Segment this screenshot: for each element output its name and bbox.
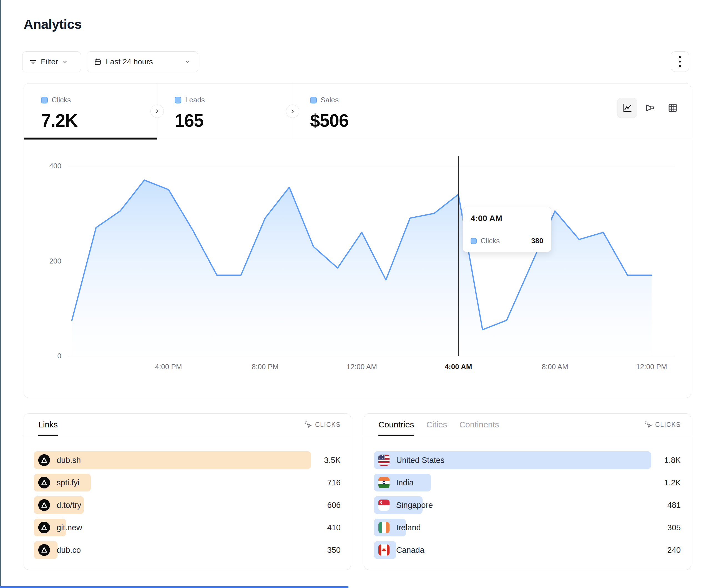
more-options-button[interactable] [671,51,689,72]
tab-countries[interactable]: Countries [379,413,414,436]
links-panel-header: Links CLICKS [24,413,351,436]
link-label: git.new [57,523,82,532]
country-row[interactable]: Canada 240 [374,541,681,559]
chart-area-fill [72,180,652,356]
stat-value: 7.2K [41,110,157,131]
countries-list: United States 1.8K India 1.2K Singapore … [374,451,681,564]
links-list: dub.sh 3.5K spti.fyi 716 d.t [34,451,341,564]
chevron-right-icon [155,109,159,114]
country-clicks-value: 305 [667,519,681,537]
link-clicks-value: 410 [327,519,341,537]
dub-logo-icon [38,522,50,533]
country-row[interactable]: Ireland 305 [374,519,681,537]
leads-legend-chip [175,97,181,104]
stats-tabs-row: Clicks 7.2K Leads 165 Sales $506 [24,84,691,139]
stat-label: Sales [321,96,339,104]
link-label: spti.fyi [57,478,80,487]
clicks-time-series-chart[interactable]: 0200400 4:00 AM Clicks 380 [24,139,691,398]
table-view-button[interactable] [663,98,683,118]
link-row[interactable]: dub.sh 3.5K [34,451,341,469]
tab-continents[interactable]: Continents [459,413,499,436]
tooltip-series-label: Clicks [480,236,500,245]
page-title: Analytics [24,17,82,32]
filter-icon [29,58,37,66]
tab-links-label: Links [38,420,58,429]
stat-value: 165 [175,110,293,131]
x-tick-label: 4:00 AM [445,362,472,371]
stat-tab-leads[interactable]: Leads 165 [157,84,293,139]
country-label: Canada [396,546,425,555]
links-panel: Links CLICKS du [24,413,351,570]
table-grid-icon [667,103,678,113]
analytics-page: Analytics Filter Last 24 hours [0,0,711,588]
window-left-edge [0,0,1,588]
country-clicks-value: 481 [667,496,681,514]
country-clicks-value: 1.2K [664,474,681,492]
countries-panel-header: Countries Cities Continents CLICKS [364,413,691,436]
cursor-click-icon [304,421,312,429]
link-clicks-value: 716 [327,474,341,492]
funnel-chart-icon [644,103,655,113]
window-bottom-edge [0,586,348,588]
country-row[interactable]: United States 1.8K [374,451,681,469]
country-row[interactable]: Singapore 481 [374,496,681,514]
analytics-card: Clicks 7.2K Leads 165 Sales $506 [24,83,691,398]
chevron-right-icon [290,109,295,114]
dub-logo-icon [38,544,50,556]
chart-crosshair [458,156,459,356]
date-range-label: Last 24 hours [106,58,153,66]
country-row[interactable]: India 1.2K [374,474,681,492]
chart-tooltip: 4:00 AM Clicks 380 [462,207,552,252]
tooltip-time: 4:00 AM [463,207,551,230]
country-label: Ireland [396,523,421,532]
link-clicks-value: 350 [327,541,341,559]
link-label: d.to/try [57,501,81,510]
country-label: India [396,478,414,487]
filter-button[interactable]: Filter [22,51,81,72]
countries-panel: Countries Cities Continents CLICKS [364,413,691,570]
sales-legend-chip [310,97,317,104]
calendar-icon [94,58,101,65]
y-tick-label: 200 [35,256,61,265]
chart-view-toggles [617,98,683,118]
line-chart-view-button[interactable] [617,98,637,118]
expand-clicks-button[interactable] [150,105,164,118]
link-row[interactable]: d.to/try 606 [34,496,341,514]
country-flag-icon [379,455,389,466]
country-flag-icon [379,477,389,488]
funnel-chart-view-button[interactable] [640,98,660,118]
links-metric-label: CLICKS [315,421,341,429]
x-tick-label: 12:00 PM [636,362,667,371]
dub-logo-icon [38,499,50,511]
y-tick-label: 400 [35,162,61,170]
filter-button-label: Filter [41,58,58,66]
country-label: Singapore [396,501,433,510]
cursor-click-icon [644,421,652,429]
link-row[interactable]: spti.fyi 716 [34,474,341,492]
tab-links[interactable]: Links [38,413,58,436]
stat-label: Clicks [52,96,71,104]
tab-continents-label: Continents [459,420,499,429]
expand-leads-button[interactable] [286,105,299,118]
x-tick-label: 8:00 PM [252,362,279,371]
link-label: dub.co [57,546,81,555]
line-chart-icon [622,103,633,113]
country-clicks-value: 240 [667,541,681,559]
countries-metric-header[interactable]: CLICKS [644,421,681,429]
link-clicks-value: 606 [327,496,341,514]
kebab-icon [678,55,681,68]
tooltip-value: 380 [531,236,543,245]
links-metric-header[interactable]: CLICKS [304,421,341,429]
toolbar: Filter Last 24 hours [22,51,689,72]
x-tick-label: 8:00 AM [542,362,568,371]
chevron-down-icon [185,59,191,65]
date-range-button[interactable]: Last 24 hours [87,51,198,72]
tooltip-series-chip [471,238,477,244]
country-flag-icon [379,522,389,533]
tab-cities[interactable]: Cities [426,413,447,436]
country-flag-icon [379,544,389,556]
link-row[interactable]: dub.co 350 [34,541,341,559]
link-row[interactable]: git.new 410 [34,519,341,537]
dub-logo-icon [38,477,50,489]
stat-tab-clicks[interactable]: Clicks 7.2K [24,84,157,139]
